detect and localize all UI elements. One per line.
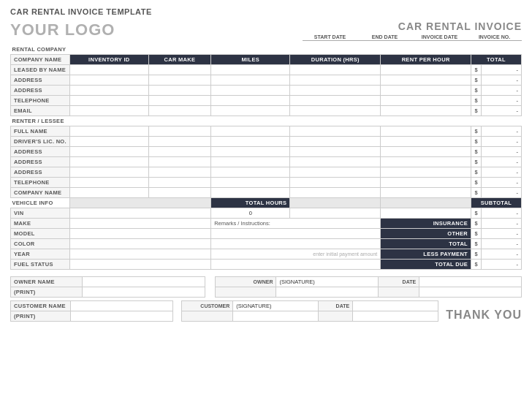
row1-miles[interactable]: [211, 64, 290, 75]
row2-duration[interactable]: [290, 75, 381, 85]
vin-input[interactable]: [69, 208, 210, 218]
row5-total[interactable]: -: [482, 105, 522, 116]
row9-duration[interactable]: [290, 156, 381, 167]
row9-total[interactable]: -: [482, 156, 522, 167]
row12-rent-per-hour[interactable]: [381, 187, 471, 197]
row10-rent-per-hour[interactable]: [381, 167, 471, 177]
row11-car-make[interactable]: [148, 177, 210, 187]
row6-car-make[interactable]: [148, 126, 210, 136]
customer-date-input[interactable]: [353, 300, 438, 311]
row11-total[interactable]: -: [482, 177, 522, 187]
row8-duration[interactable]: [290, 146, 381, 156]
row8-miles[interactable]: [211, 146, 290, 156]
row7-miles[interactable]: [211, 136, 290, 146]
row8-car-make[interactable]: [148, 146, 210, 156]
customer-date-label: DATE: [319, 300, 353, 311]
row7-inventory[interactable]: [69, 136, 148, 146]
row6-rent-per-hour[interactable]: [381, 126, 471, 136]
rental-company-section: RENTAL COMPANY: [11, 44, 522, 54]
row3-total[interactable]: -: [482, 85, 522, 95]
row11-miles[interactable]: [211, 177, 290, 187]
row4-car-make[interactable]: [148, 95, 210, 105]
row4-inventory[interactable]: [69, 95, 148, 105]
row3-inventory[interactable]: [69, 85, 148, 95]
row3-duration[interactable]: [290, 85, 381, 95]
row2-miles[interactable]: [211, 75, 290, 85]
row6-total[interactable]: -: [482, 126, 522, 136]
row2-rent-per-hour[interactable]: [381, 75, 471, 85]
owner-date-label: DATE: [379, 277, 419, 287]
row10-inventory[interactable]: [69, 167, 148, 177]
row1-duration[interactable]: [290, 64, 381, 75]
owner-name-input[interactable]: [82, 277, 205, 287]
total-due-value[interactable]: -: [482, 259, 522, 269]
row4-rent-per-hour[interactable]: [381, 95, 471, 105]
row12-duration[interactable]: [290, 187, 381, 197]
row5-duration[interactable]: [290, 105, 381, 116]
other-value[interactable]: -: [482, 228, 522, 238]
row10-total[interactable]: -: [482, 167, 522, 177]
row3-car-make[interactable]: [148, 85, 210, 95]
row12-miles[interactable]: [211, 187, 290, 197]
customer-date-input2[interactable]: [353, 311, 438, 321]
color-input[interactable]: [69, 238, 210, 249]
insurance-value[interactable]: -: [482, 218, 522, 228]
customer-name-input[interactable]: [70, 300, 172, 311]
row1-total[interactable]: -: [482, 64, 522, 75]
row8-inventory[interactable]: [69, 146, 148, 156]
row11-duration[interactable]: [290, 177, 381, 187]
row2-car-make[interactable]: [148, 75, 210, 85]
row3-miles[interactable]: [211, 85, 290, 95]
row7-rent-per-hour[interactable]: [381, 136, 471, 146]
row9-miles[interactable]: [211, 156, 290, 167]
row7-total[interactable]: -: [482, 136, 522, 146]
row3-rent-per-hour[interactable]: [381, 85, 471, 95]
row10-miles[interactable]: [211, 167, 290, 177]
row5-rent-per-hour[interactable]: [381, 105, 471, 116]
fuel-status-input[interactable]: [69, 259, 210, 269]
total-value[interactable]: -: [482, 238, 522, 249]
total-hours-value: 0: [211, 208, 290, 218]
row8-rent-per-hour[interactable]: [381, 146, 471, 156]
customer-sig-input[interactable]: [233, 311, 319, 321]
row12-car-make[interactable]: [148, 187, 210, 197]
customer-name-label: CUSTOMER NAME: [11, 300, 71, 311]
model-label: MODEL: [11, 228, 70, 238]
row4-total[interactable]: -: [482, 95, 522, 105]
row9-inventory[interactable]: [69, 156, 148, 167]
row12-inventory[interactable]: [69, 187, 148, 197]
row1-inventory[interactable]: [69, 64, 148, 75]
year-input[interactable]: [69, 249, 210, 259]
owner-date-input2[interactable]: [419, 287, 522, 298]
row2-inventory[interactable]: [69, 75, 148, 85]
row10-car-make[interactable]: [148, 167, 210, 177]
owner-sig-input[interactable]: [276, 287, 379, 298]
row1-car-make[interactable]: [148, 64, 210, 75]
owner-print-input[interactable]: [82, 287, 205, 298]
row11-inventory[interactable]: [69, 177, 148, 187]
make-input[interactable]: [69, 218, 210, 228]
row7-duration[interactable]: [290, 136, 381, 146]
row7-car-make[interactable]: [148, 136, 210, 146]
row6-duration[interactable]: [290, 126, 381, 136]
row1-rent-per-hour[interactable]: [381, 64, 471, 75]
row6-inventory[interactable]: [69, 126, 148, 136]
customer-print-input[interactable]: [70, 311, 172, 321]
row8-total[interactable]: -: [482, 146, 522, 156]
row4-miles[interactable]: [211, 95, 290, 105]
row5-inventory[interactable]: [69, 105, 148, 116]
row4-duration[interactable]: [290, 95, 381, 105]
row5-car-make[interactable]: [148, 105, 210, 116]
row9-car-make[interactable]: [148, 156, 210, 167]
model-input[interactable]: [69, 228, 210, 238]
row6-miles[interactable]: [211, 126, 290, 136]
subtotal-value[interactable]: -: [482, 208, 522, 218]
row12-total[interactable]: -: [482, 187, 522, 197]
row10-duration[interactable]: [290, 167, 381, 177]
less-payment-value[interactable]: -: [482, 249, 522, 259]
row9-rent-per-hour[interactable]: [381, 156, 471, 167]
owner-date-input[interactable]: [419, 277, 522, 287]
row11-rent-per-hour[interactable]: [381, 177, 471, 187]
row5-miles[interactable]: [211, 105, 290, 116]
row2-total[interactable]: -: [482, 75, 522, 85]
